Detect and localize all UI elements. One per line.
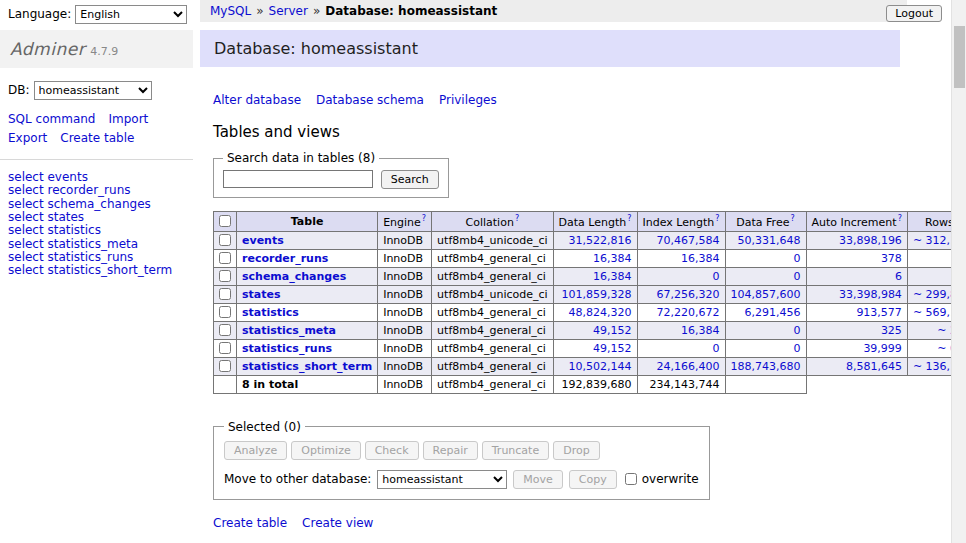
data-free-link[interactable]: 0 [794, 324, 801, 337]
table-name-link[interactable]: statistics [242, 306, 299, 319]
auto-increment-link[interactable]: 378 [881, 252, 902, 265]
search-button[interactable]: Search [381, 170, 439, 189]
action-link-privileges[interactable]: Privileges [439, 93, 497, 107]
check-button[interactable]: Check [365, 441, 419, 460]
data-free-link[interactable]: 0 [794, 270, 801, 283]
table-row-states: statesInnoDButf8mb4_unicode_ci101,859,32… [214, 285, 966, 303]
index-length-link[interactable]: 24,166,400 [657, 360, 720, 373]
select-all-checkbox[interactable] [219, 215, 231, 227]
logout-button[interactable]: Logout [886, 5, 942, 22]
index-length-link[interactable]: 16,384 [681, 252, 720, 265]
sidebar-link-sql-command[interactable]: SQL command [8, 112, 95, 126]
row-checkbox[interactable] [219, 288, 231, 300]
auto-increment-link[interactable]: 325 [881, 324, 902, 337]
auto-increment-link[interactable]: 39,999 [863, 342, 902, 355]
copy-button[interactable]: Copy [569, 470, 617, 489]
column-header-index-length[interactable]: Index Length? [637, 212, 725, 232]
data-length-link[interactable]: 16,384 [593, 270, 632, 283]
row-checkbox[interactable] [219, 342, 231, 354]
action-link-alter-database[interactable]: Alter database [213, 93, 301, 107]
table-name-link[interactable]: schema_changes [242, 270, 346, 283]
index-length-link[interactable]: 0 [713, 270, 720, 283]
data-free-link[interactable]: 104,857,600 [731, 288, 801, 301]
optimize-button[interactable]: Optimize [291, 441, 360, 460]
help-icon[interactable]: ? [627, 214, 631, 223]
sidebar-item-select-statistics-meta[interactable]: select statistics_meta [8, 238, 185, 251]
index-length-link[interactable]: 0 [713, 342, 720, 355]
auto-increment-link[interactable]: 33,398,984 [839, 288, 902, 301]
table-name-link[interactable]: statistics_runs [242, 342, 332, 355]
row-checkbox[interactable] [219, 360, 231, 372]
row-checkbox[interactable] [219, 306, 231, 318]
data-free-link[interactable]: 0 [794, 342, 801, 355]
data-length-link[interactable]: 10,502,144 [569, 360, 632, 373]
index-length-link[interactable]: 67,256,320 [657, 288, 720, 301]
vertical-scrollbar[interactable] [951, 0, 966, 543]
language-select[interactable]: English [75, 5, 187, 24]
sidebar-item-select-states[interactable]: select states [8, 211, 185, 224]
db-select[interactable]: homeassistant [34, 81, 152, 100]
table-name-link[interactable]: states [242, 288, 281, 301]
table-name-link[interactable]: events [242, 234, 284, 247]
action-link-database-schema[interactable]: Database schema [316, 93, 424, 107]
table-name-link[interactable]: recorder_runs [242, 252, 328, 265]
link-create-table[interactable]: Create table [213, 516, 287, 530]
column-header-collation[interactable]: Collation? [432, 212, 553, 232]
sidebar-item-select-events[interactable]: select events [8, 171, 185, 184]
row-checkbox[interactable] [219, 324, 231, 336]
sidebar-item-select-statistics-runs[interactable]: select statistics_runs [8, 251, 185, 264]
column-header-engine[interactable]: Engine? [378, 212, 432, 232]
sidebar-link-import[interactable]: Import [108, 112, 148, 126]
sidebar-link-create-table[interactable]: Create table [60, 131, 134, 145]
help-icon[interactable]: ? [790, 214, 794, 223]
sidebar-item-select-schema-changes[interactable]: select schema_changes [8, 198, 185, 211]
data-length-link[interactable]: 31,522,816 [569, 234, 632, 247]
row-checkbox[interactable] [219, 252, 231, 264]
data-free-link[interactable]: 6,291,456 [745, 306, 801, 319]
breadcrumb-link-server[interactable]: Server [269, 4, 308, 18]
help-icon[interactable]: ? [715, 214, 719, 223]
breadcrumb-link-mysql[interactable]: MySQL [210, 4, 251, 18]
move-db-select[interactable]: homeassistant [377, 470, 507, 489]
column-header-auto-increment[interactable]: Auto Increment? [806, 212, 907, 232]
analyze-button[interactable]: Analyze [224, 441, 287, 460]
search-input[interactable] [223, 170, 373, 188]
column-header-table[interactable]: Table [237, 212, 378, 232]
auto-increment-link[interactable]: 6 [895, 270, 902, 283]
sidebar-item-select-recorder-runs[interactable]: select recorder_runs [8, 184, 185, 197]
scrollbar-thumb[interactable] [954, 26, 965, 88]
row-checkbox[interactable] [219, 234, 231, 246]
help-icon[interactable]: ? [515, 214, 519, 223]
column-header-data-length[interactable]: Data Length? [553, 212, 637, 232]
adminer-logo[interactable]: Adminer [10, 39, 85, 59]
data-free-link[interactable]: 0 [794, 252, 801, 265]
data-length-link[interactable]: 16,384 [593, 252, 632, 265]
drop-button[interactable]: Drop [553, 441, 599, 460]
data-free-link[interactable]: 188,743,680 [731, 360, 801, 373]
data-length-link[interactable]: 101,859,328 [562, 288, 632, 301]
column-header-data-free[interactable]: Data Free? [725, 212, 806, 232]
row-checkbox[interactable] [219, 270, 231, 282]
sidebar-link-export[interactable]: Export [8, 131, 47, 145]
repair-button[interactable]: Repair [423, 441, 478, 460]
help-icon[interactable]: ? [898, 214, 902, 223]
auto-increment-link[interactable]: 33,898,196 [839, 234, 902, 247]
index-length-link[interactable]: 16,384 [681, 324, 720, 337]
sidebar-item-select-statistics[interactable]: select statistics [8, 224, 185, 237]
auto-increment-link[interactable]: 8,581,645 [846, 360, 902, 373]
overwrite-checkbox[interactable] [625, 473, 637, 485]
truncate-button[interactable]: Truncate [482, 441, 549, 460]
help-icon[interactable]: ? [422, 214, 426, 223]
data-length-link[interactable]: 48,824,320 [569, 306, 632, 319]
data-length-link[interactable]: 49,152 [593, 324, 632, 337]
index-length-link[interactable]: 72,220,672 [657, 306, 720, 319]
index-length-link[interactable]: 70,467,584 [657, 234, 720, 247]
move-button[interactable]: Move [513, 470, 563, 489]
link-create-view[interactable]: Create view [302, 516, 373, 530]
data-free-link[interactable]: 50,331,648 [738, 234, 801, 247]
table-name-link[interactable]: statistics_short_term [242, 360, 372, 373]
data-length-link[interactable]: 49,152 [593, 342, 632, 355]
sidebar-item-select-statistics-short-term[interactable]: select statistics_short_term [8, 264, 185, 277]
auto-increment-link[interactable]: 913,577 [856, 306, 902, 319]
table-name-link[interactable]: statistics_meta [242, 324, 336, 337]
